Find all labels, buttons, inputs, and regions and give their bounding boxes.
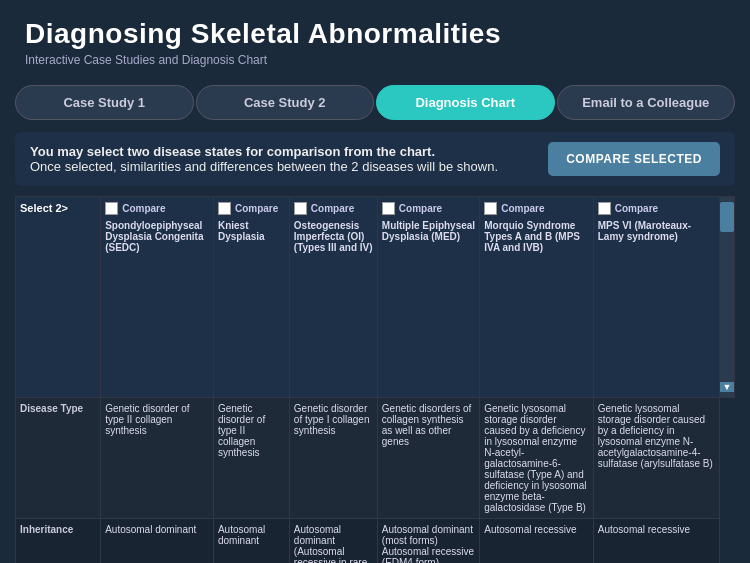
header: Diagnosing Skeletal Abnormalities Intera… bbox=[0, 0, 750, 75]
diagnosis-table-container: Select 2> Compare Spondyloepiphyseal Dys… bbox=[15, 196, 735, 563]
cell-1-4: Genetic disorders of collagen synthesis … bbox=[377, 398, 479, 519]
table-row: Inheritance Autosomal dominant Autosomal… bbox=[16, 519, 735, 564]
tab-email[interactable]: Email to a Colleague bbox=[557, 85, 736, 120]
compare-selected-button[interactable]: COMPARE SELECTED bbox=[548, 142, 720, 176]
checkbox-3[interactable] bbox=[294, 202, 307, 215]
tab-bar: Case Study 1 Case Study 2 Diagnosis Char… bbox=[15, 85, 735, 120]
scrollbar-col: ▼ bbox=[720, 197, 735, 398]
cell-2-6: Autosomal recessive bbox=[593, 519, 719, 564]
checkbox-1[interactable] bbox=[105, 202, 118, 215]
cell-2-2: Autosomal dominant bbox=[213, 519, 289, 564]
row-label-disease-type: Disease Type bbox=[16, 398, 101, 519]
cell-1-5: Genetic lysosomal storage disorder cause… bbox=[480, 398, 594, 519]
select-header: Select 2> bbox=[16, 197, 101, 398]
cell-2-4: Autosomal dominant (most forms) Autosoma… bbox=[377, 519, 479, 564]
cell-1-6: Genetic lysosomal storage disorder cause… bbox=[593, 398, 719, 519]
checkbox-4[interactable] bbox=[382, 202, 395, 215]
compare-line1: You may select two disease states for co… bbox=[30, 144, 498, 159]
col-header-5: Compare Morquio Syndrome Types A and B (… bbox=[480, 197, 594, 398]
cell-1-1: Genetic disorder of type II collagen syn… bbox=[101, 398, 214, 519]
checkbox-6[interactable] bbox=[598, 202, 611, 215]
cell-1-2: Genetic disorder of type II collagen syn… bbox=[213, 398, 289, 519]
checkbox-5[interactable] bbox=[484, 202, 497, 215]
cell-2-3: Autosomal dominant (Autosomal recessive … bbox=[289, 519, 377, 564]
cell-1-3: Genetic disorder of type I collagen synt… bbox=[289, 398, 377, 519]
col-header-3: Compare Osteogenesis Imperfecta (OI) (Ty… bbox=[289, 197, 377, 398]
subtitle: Interactive Case Studies and Diagnosis C… bbox=[25, 53, 725, 67]
tab-case-study-1[interactable]: Case Study 1 bbox=[15, 85, 194, 120]
tab-case-study-2[interactable]: Case Study 2 bbox=[196, 85, 375, 120]
col-header-1: Compare Spondyloepiphyseal Dysplasia Con… bbox=[101, 197, 214, 398]
row-label-inheritance: Inheritance bbox=[16, 519, 101, 564]
col-header-4: Compare Multiple Epiphyseal Dysplasia (M… bbox=[377, 197, 479, 398]
tab-diagnosis-chart[interactable]: Diagnosis Chart bbox=[376, 85, 555, 120]
cell-2-5: Autosomal recessive bbox=[480, 519, 594, 564]
checkbox-2[interactable] bbox=[218, 202, 231, 215]
compare-bar: You may select two disease states for co… bbox=[15, 132, 735, 186]
compare-line2: Once selected, similarities and differen… bbox=[30, 159, 498, 174]
cell-2-1: Autosomal dominant bbox=[101, 519, 214, 564]
page-title: Diagnosing Skeletal Abnormalities bbox=[25, 18, 725, 50]
col-header-6: Compare MPS VI (Maroteaux-Lamy syndrome) bbox=[593, 197, 719, 398]
col-header-2: Compare Kniest Dysplasia bbox=[213, 197, 289, 398]
table-row: Disease Type Genetic disorder of type II… bbox=[16, 398, 735, 519]
diagnosis-table: Select 2> Compare Spondyloepiphyseal Dys… bbox=[15, 196, 735, 563]
compare-description: You may select two disease states for co… bbox=[30, 144, 498, 174]
